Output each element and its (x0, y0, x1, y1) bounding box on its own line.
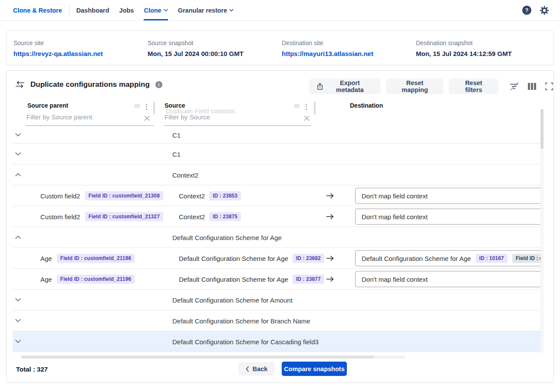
id-badge: ID : 23875 (209, 212, 241, 221)
group-row[interactable]: Default Configuration Scheme for Cascadi… (13, 331, 543, 352)
source-kebab-icon[interactable] (305, 103, 307, 110)
chevron-down-icon (229, 9, 234, 12)
destination-site-value[interactable]: https://mayuri13.atlassian.net (282, 50, 373, 57)
filter-underline (164, 125, 311, 126)
export-metadata-button[interactable]: Export metadata (309, 79, 381, 94)
settings-button[interactable] (540, 6, 549, 15)
horizontal-scrollbar[interactable] (21, 356, 405, 359)
fullscreen-icon (545, 82, 553, 91)
source-site-value[interactable]: https://revyz-qa.atlassian.net (13, 50, 103, 57)
expander-icon[interactable] (14, 296, 22, 304)
source-menu-lines-icon[interactable] (294, 103, 300, 109)
nav-item-dashboard[interactable]: Dashboard (76, 0, 109, 20)
back-button[interactable]: Back (238, 362, 275, 376)
expander-icon[interactable] (14, 150, 22, 158)
table-header: Duplicate Field contexts Source parent S… (13, 99, 543, 126)
gear-icon (540, 6, 549, 15)
source-name: Context2 (179, 192, 205, 199)
column-source-parent: Source parent (27, 102, 68, 109)
help-icon: ? (522, 6, 531, 15)
destination-snapshot-value: Mon, 15 Jul 2024 14:12:59 GMT (416, 50, 512, 57)
field-id-badge: Field ID : customfield_21327 (85, 212, 163, 221)
source-site-field: Source site https://revyz-qa.atlassian.n… (13, 40, 103, 57)
reset-mapping-button[interactable]: Reset mapping (386, 79, 444, 94)
reset-mapping-label: Reset mapping (394, 79, 436, 93)
filter-underline (26, 125, 154, 126)
clear-filter-icon[interactable] (304, 115, 310, 121)
total-count: Total : 327 (16, 366, 48, 373)
destination-site-label: Destination site (282, 40, 373, 46)
destination-value: Don't map field context (362, 213, 428, 220)
column-destination: Destination (350, 102, 383, 109)
destination-value: Don't map field context (362, 275, 428, 283)
columns-button[interactable] (527, 82, 537, 90)
group-row[interactable]: Default Configuration Scheme for Amount (13, 290, 543, 310)
horizontal-scrollbar-thumb[interactable] (21, 356, 374, 359)
group-row[interactable]: Context2 (13, 165, 543, 185)
source-parent-name: Age (40, 254, 52, 262)
reset-filters-button[interactable]: Reset filters (449, 79, 498, 94)
expander-icon[interactable] (14, 317, 22, 325)
chevron-left-icon (246, 366, 249, 372)
source-site-label: Source site (13, 40, 103, 46)
source-snapshot-value: Mon, 15 Jul 2024 00:00:10 GMT (148, 50, 244, 57)
expander-icon[interactable] (14, 171, 22, 179)
clear-filter-icon[interactable] (144, 115, 150, 121)
id-badge: ID : 10167 (476, 254, 507, 263)
arrow-right-icon (326, 192, 334, 199)
group-label: Default Configuration Scheme for Cascadi… (172, 338, 319, 345)
filter-source-parent-input[interactable] (26, 113, 137, 121)
help-button[interactable]: ? (522, 6, 531, 15)
nav-item-jobs[interactable]: Jobs (119, 0, 134, 20)
arrow-right-icon (326, 255, 334, 261)
columns-icon (527, 82, 537, 90)
chevron-down-icon (164, 9, 168, 12)
nav-item-granular-restore[interactable]: Granular restore (178, 0, 234, 20)
compare-snapshots-button[interactable]: Compare snapshots (282, 362, 347, 376)
source-snapshot-field: Source snapshot Mon, 15 Jul 2024 00:00:1… (148, 40, 244, 57)
mapping-row: Custom field2 Field ID : customfield_213… (13, 185, 543, 206)
export-icon (317, 82, 323, 90)
column-resize-handle[interactable] (314, 102, 316, 115)
column-resize-handle[interactable] (153, 102, 155, 115)
top-nav: Clone & Restore Dashboard Jobs Clone Gra… (0, 0, 560, 21)
mapping-panel: Duplicate configurations mapping i Expor… (6, 70, 554, 383)
source-parent-kebab-icon[interactable] (145, 103, 148, 110)
source-name: Default Configuration Scheme for Age (179, 254, 288, 262)
nav-brand[interactable]: Clone & Restore (13, 0, 62, 20)
id-badge: ID : 23853 (209, 191, 241, 200)
mapping-row: Custom field2 Field ID : customfield_213… (13, 206, 543, 227)
nav-item-clone[interactable]: Clone (144, 0, 168, 20)
destination-value: Don't map field context (362, 192, 428, 199)
source-parent-name: Custom field2 (40, 213, 80, 220)
filter-source-input[interactable] (165, 113, 295, 121)
info-icon[interactable]: i (155, 81, 162, 88)
group-row[interactable]: C1 (13, 126, 543, 144)
group-label: Default Configuration Scheme for Age (172, 234, 282, 241)
group-label: Default Configuration Scheme for Branch … (172, 317, 310, 324)
destination-select[interactable]: Default Configuration Scheme for Age ID … (355, 250, 543, 266)
group-row[interactable]: Default Configuration Scheme for Age (13, 227, 543, 248)
vertical-scrollbar[interactable] (540, 109, 544, 353)
fullscreen-button[interactable] (545, 82, 553, 91)
expander-icon[interactable] (14, 338, 22, 346)
field-id-badge: Field ID : customfield_21196 (57, 254, 135, 263)
vertical-scrollbar-thumb[interactable] (540, 109, 544, 149)
destination-value: Default Configuration Scheme for Age (362, 254, 471, 262)
group-row[interactable]: Default Configuration Scheme for Branch … (13, 310, 543, 331)
expander-icon[interactable] (14, 131, 22, 139)
export-metadata-label: Export metadata (327, 79, 373, 93)
clear-filters-toggle[interactable] (509, 82, 519, 91)
source-parent-menu-lines-icon[interactable] (134, 103, 140, 109)
arrow-right-icon (326, 213, 334, 220)
nav-item-label: Clone (144, 7, 161, 14)
destination-select[interactable]: Don't map field context (355, 188, 543, 204)
group-label: Context2 (172, 171, 198, 178)
group-row[interactable]: C1 (13, 144, 543, 165)
nav-divider (69, 6, 69, 15)
id-badge: ID : 23877 (293, 274, 324, 283)
source-parent-name: Custom field2 (40, 192, 80, 199)
expander-icon[interactable] (14, 234, 22, 241)
destination-select[interactable]: Don't map field context (355, 271, 543, 287)
destination-select[interactable]: Don't map field context (355, 208, 543, 224)
